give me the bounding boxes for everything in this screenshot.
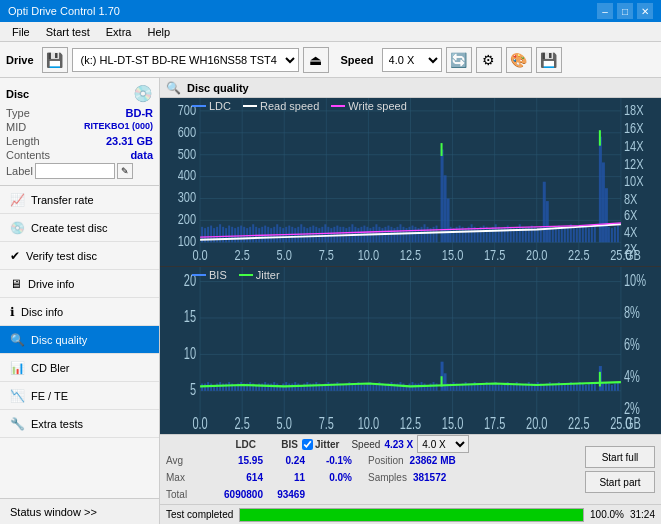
- mid-value: RITEKBO1 (000): [84, 121, 153, 133]
- progress-bar-fill: [240, 509, 583, 521]
- svg-rect-139: [465, 228, 467, 242]
- menu-extra[interactable]: Extra: [98, 22, 140, 41]
- svg-rect-130: [427, 227, 429, 242]
- ldc-legend: LDC: [192, 100, 231, 112]
- svg-text:15: 15: [184, 308, 197, 325]
- svg-text:8%: 8%: [624, 303, 640, 320]
- svg-rect-249: [267, 383, 269, 390]
- svg-rect-359: [611, 384, 613, 390]
- progress-bar: [239, 508, 584, 522]
- write-speed-legend: Write speed: [331, 100, 407, 112]
- type-value: BD-R: [126, 107, 154, 119]
- svg-rect-237: [240, 382, 242, 391]
- svg-rect-180: [594, 224, 596, 242]
- refresh-button[interactable]: 🔄: [446, 47, 472, 73]
- speed-select[interactable]: 4.0 X 1.0 X 2.0 X 8.0 X: [382, 48, 442, 72]
- sidebar-item-create-test-disc[interactable]: 💿 Create test disc: [0, 214, 159, 242]
- disc-quality-icon: 🔍: [10, 333, 25, 347]
- ldc-max: 614: [208, 472, 263, 483]
- start-full-button[interactable]: Start full: [585, 446, 655, 468]
- settings-button[interactable]: ⚙: [476, 47, 502, 73]
- close-button[interactable]: ✕: [637, 3, 653, 19]
- menu-file[interactable]: File: [4, 22, 38, 41]
- menu-start-test[interactable]: Start test: [38, 22, 98, 41]
- sidebar-item-fe-te[interactable]: 📉 FE / TE: [0, 382, 159, 410]
- drive-select[interactable]: (k:) HL-DT-ST BD-RE WH16NS58 TST4: [72, 48, 299, 72]
- sidebar-item-extra-tests[interactable]: 🔧 Extra tests: [0, 410, 159, 438]
- drive-icon-btn[interactable]: 💾: [42, 47, 68, 73]
- disc-icon: 💿: [133, 84, 153, 103]
- svg-rect-240: [249, 382, 251, 391]
- menu-help[interactable]: Help: [139, 22, 178, 41]
- svg-rect-92: [336, 226, 338, 243]
- contents-value: data: [130, 149, 153, 161]
- svg-rect-55: [225, 228, 227, 242]
- svg-rect-61: [243, 227, 245, 242]
- speed-unit-select[interactable]: 4.0 X: [417, 435, 469, 453]
- svg-text:17.5: 17.5: [484, 414, 506, 431]
- svg-rect-128: [421, 227, 423, 242]
- svg-text:500: 500: [178, 146, 196, 162]
- top-legend: LDC Read speed Write speed: [192, 100, 407, 112]
- svg-text:4%: 4%: [624, 368, 640, 385]
- sidebar-item-disc-quality[interactable]: 🔍 Disc quality: [0, 326, 159, 354]
- sidebar-item-cd-bler[interactable]: 📊 CD Bler: [0, 354, 159, 382]
- svg-rect-312: [465, 382, 467, 391]
- label-edit-button[interactable]: ✎: [117, 163, 133, 179]
- svg-rect-250: [270, 383, 272, 390]
- bottom-chart-svg: 20 15 10 5 10% 8% 6% 4% 2%: [160, 267, 661, 435]
- svg-rect-119: [393, 228, 395, 242]
- svg-text:8X: 8X: [624, 191, 638, 207]
- save-button[interactable]: 💾: [536, 47, 562, 73]
- svg-rect-58: [234, 228, 236, 242]
- jitter-col-header: Jitter: [315, 439, 339, 450]
- sidebar-item-verify-test-disc[interactable]: ✔ Verify test disc: [0, 242, 159, 270]
- chart-area: 🔍 Disc quality LDC Read speed: [160, 78, 661, 524]
- svg-rect-132: [433, 227, 435, 242]
- svg-rect-345: [564, 384, 566, 390]
- status-window-label: Status window >>: [10, 506, 97, 518]
- svg-text:16X: 16X: [624, 121, 644, 137]
- svg-rect-175: [579, 227, 581, 242]
- progress-time: 31:24: [630, 509, 655, 520]
- svg-rect-161: [531, 226, 533, 243]
- jitter-max: 0.0%: [307, 472, 352, 483]
- svg-text:200: 200: [178, 212, 196, 228]
- transfer-rate-icon: 📈: [10, 193, 25, 207]
- total-label: Total: [166, 489, 206, 500]
- sidebar-item-transfer-rate[interactable]: 📈 Transfer rate: [0, 186, 159, 214]
- svg-text:18X: 18X: [624, 102, 644, 118]
- svg-text:400: 400: [178, 168, 196, 184]
- status-text: Test completed: [166, 509, 233, 520]
- label-input[interactable]: [35, 163, 115, 179]
- svg-rect-91: [333, 227, 335, 242]
- ldc-total: 6090800: [208, 489, 263, 500]
- minimize-button[interactable]: –: [597, 3, 613, 19]
- eject-button[interactable]: ⏏: [303, 47, 329, 73]
- app-title: Opti Drive Control 1.70: [8, 5, 120, 17]
- svg-rect-148: [492, 227, 494, 242]
- write-speed-legend-dot: [331, 105, 345, 107]
- svg-rect-146: [486, 227, 488, 242]
- color-button[interactable]: 🎨: [506, 47, 532, 73]
- sidebar-item-drive-info[interactable]: 🖥 Drive info: [0, 270, 159, 298]
- svg-rect-182: [611, 228, 613, 242]
- svg-rect-178: [588, 228, 590, 242]
- svg-rect-149: [495, 224, 497, 242]
- position-value: 23862 MB: [410, 455, 456, 466]
- jitter-avg: -0.1%: [307, 455, 352, 466]
- svg-rect-137: [459, 226, 461, 243]
- transfer-rate-label: Transfer rate: [31, 194, 94, 206]
- svg-rect-89: [327, 227, 329, 242]
- svg-rect-186: [599, 130, 601, 145]
- start-part-button[interactable]: Start part: [585, 471, 655, 493]
- status-window-button[interactable]: Status window >>: [0, 498, 159, 524]
- svg-rect-351: [582, 383, 584, 390]
- svg-rect-96: [447, 199, 450, 243]
- jitter-checkbox[interactable]: [302, 439, 313, 450]
- svg-rect-333: [528, 382, 530, 391]
- bottom-chart: BIS Jitter: [160, 267, 661, 435]
- disc-panel: Disc 💿 Type BD-R MID RITEKBO1 (000) Leng…: [0, 78, 159, 186]
- sidebar-item-disc-info[interactable]: ℹ Disc info: [0, 298, 159, 326]
- maximize-button[interactable]: □: [617, 3, 633, 19]
